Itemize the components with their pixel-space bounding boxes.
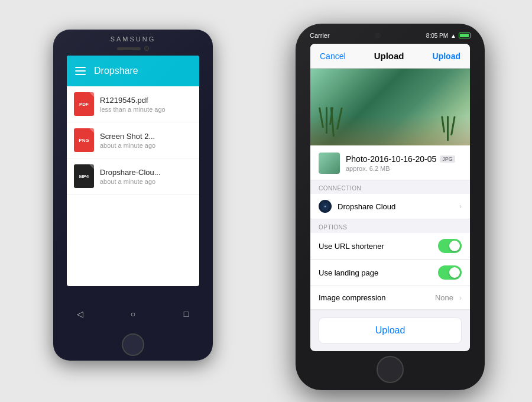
png-file-time: about a minute ago — [100, 142, 192, 149]
ios-url-shortener-toggle[interactable] — [438, 239, 462, 253]
ios-file-size: approx. 6.2 MB — [346, 165, 462, 172]
ios-status-bar: Carrier 8:05 PM ▲ — [296, 24, 485, 39]
mp4-file-icon: MP4 — [74, 164, 94, 188]
ios-nav-upload-button[interactable]: Upload — [433, 51, 460, 61]
mp4-file-name: Dropshare-Clou... — [100, 168, 192, 177]
ios-compression-label: Image compression — [319, 293, 429, 302]
android-phone: SAMSUNG Dropshare PDF R1219545 — [53, 30, 213, 361]
ios-file-type-badge: JPG — [440, 155, 455, 163]
dropshare-cloud-icon — [319, 200, 332, 213]
png-file-name: Screen Shot 2... — [100, 132, 192, 141]
grass-decoration — [322, 107, 338, 137]
pdf-file-icon: PDF — [74, 92, 94, 116]
ios-options-header: OPTIONS — [310, 219, 470, 233]
mp4-file-time: about a minute ago — [100, 178, 192, 185]
png-file-icon: PNG — [74, 128, 94, 152]
ios-cancel-button[interactable]: Cancel — [320, 51, 346, 61]
png-file-info: Screen Shot 2... about a minute ago — [100, 132, 192, 149]
grass-decoration-2 — [443, 116, 452, 141]
file-item-mp4[interactable]: MP4 Dropshare-Clou... about a minute ago — [67, 158, 199, 194]
ios-landing-page-row[interactable]: Use landing page — [310, 260, 470, 286]
ios-nav-title: Upload — [374, 51, 404, 61]
android-home-physical-button[interactable] — [122, 333, 144, 356]
wifi-icon: ▲ — [450, 33, 456, 39]
ios-url-shortener-label: Use URL shortener — [319, 242, 432, 251]
ios-nav-bar: Cancel Upload Upload — [310, 44, 470, 69]
battery-icon — [459, 33, 471, 38]
android-screen: Dropshare PDF R1219545.pdf less than a m… — [67, 56, 199, 286]
ios-upload-button-bar: Upload — [310, 310, 470, 351]
ios-screen: Cancel Upload Upload — [310, 44, 470, 351]
ios-file-name: Photo-2016-10-16-20-05 JPG — [346, 154, 462, 164]
ios-phone: Carrier 8:05 PM ▲ Cancel Upload Upload — [296, 24, 485, 390]
mp4-file-info: Dropshare-Clou... about a minute ago — [100, 168, 192, 185]
ios-upload-big-button[interactable]: Upload — [319, 317, 462, 343]
ios-connection-header: CONNECTION — [310, 180, 470, 194]
file-item-pdf[interactable]: PDF R1219545.pdf less than a minute ago — [67, 86, 199, 122]
android-speaker — [117, 47, 141, 50]
home-nav-button[interactable]: ○ — [126, 307, 140, 320]
chevron-right-icon: › — [459, 202, 462, 210]
ios-file-details: Photo-2016-10-16-20-05 JPG approx. 6.2 M… — [346, 154, 462, 172]
ios-file-thumbnail — [319, 153, 340, 174]
file-item-png[interactable]: PNG Screen Shot 2... about a minute ago — [67, 122, 199, 158]
ios-connection-name: Dropshare Cloud — [338, 202, 453, 211]
ios-compression-row[interactable]: Image compression None › — [310, 286, 470, 310]
recents-nav-button[interactable]: □ — [180, 307, 193, 320]
ios-status-right: 8:05 PM ▲ — [426, 33, 471, 39]
android-app-title: Dropshare — [94, 66, 138, 76]
ios-time: 8:05 PM — [426, 33, 448, 39]
scene: SAMSUNG Dropshare PDF R1219545 — [35, 18, 497, 384]
pdf-file-name: R1219545.pdf — [100, 96, 192, 105]
ios-camera — [375, 33, 381, 38]
android-brand-label: SAMSUNG — [111, 35, 156, 43]
android-file-list: PDF R1219545.pdf less than a minute ago … — [67, 86, 199, 194]
compression-chevron-icon: › — [459, 294, 462, 302]
ios-home-button[interactable] — [377, 356, 404, 383]
android-nav-bar: ◁ ○ □ — [53, 302, 213, 329]
ios-carrier-label: Carrier — [310, 32, 330, 39]
ios-connection-row[interactable]: Dropshare Cloud › — [310, 194, 470, 219]
ios-file-header: Photo-2016-10-16-20-05 JPG approx. 6.2 M… — [310, 145, 470, 180]
pdf-file-time: less than a minute ago — [100, 106, 192, 113]
ios-image-preview — [310, 69, 470, 145]
back-nav-button[interactable]: ◁ — [73, 307, 86, 320]
ios-landing-page-toggle[interactable] — [438, 265, 462, 280]
android-camera-dot — [144, 46, 149, 51]
ios-url-shortener-row[interactable]: Use URL shortener — [310, 233, 470, 260]
pdf-file-info: R1219545.pdf less than a minute ago — [100, 96, 192, 113]
ios-landing-page-label: Use landing page — [319, 268, 432, 277]
android-app-header: Dropshare — [67, 56, 199, 86]
hamburger-menu-icon[interactable] — [75, 67, 86, 75]
android-camera-bar — [53, 46, 213, 51]
ios-compression-value: None — [435, 293, 453, 302]
